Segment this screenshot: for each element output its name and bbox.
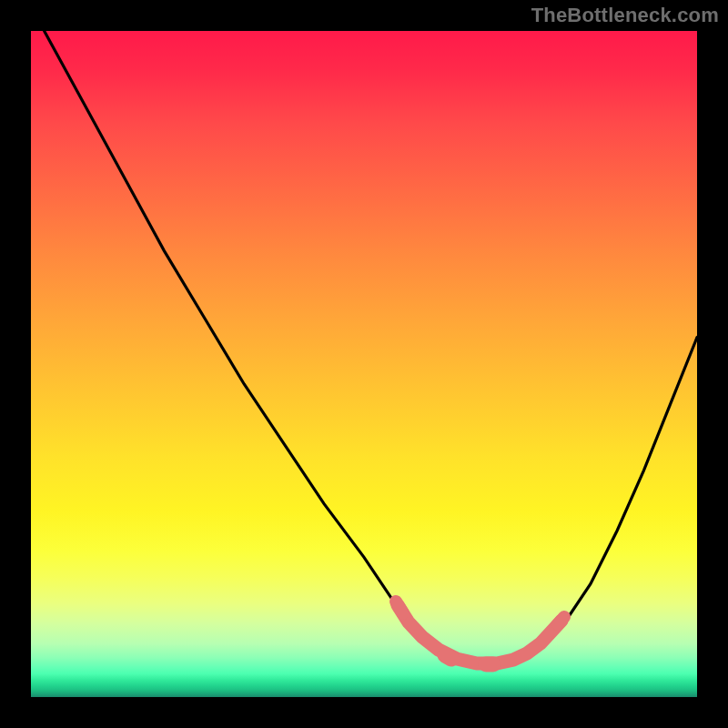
bottleneck-curve-svg xyxy=(31,31,697,697)
bottleneck-curve xyxy=(45,31,697,663)
plot-area xyxy=(31,31,697,697)
chart-frame: TheBottleneck.com xyxy=(0,0,728,728)
valley-highlight xyxy=(396,602,564,664)
watermark-text: TheBottleneck.com xyxy=(531,4,719,27)
